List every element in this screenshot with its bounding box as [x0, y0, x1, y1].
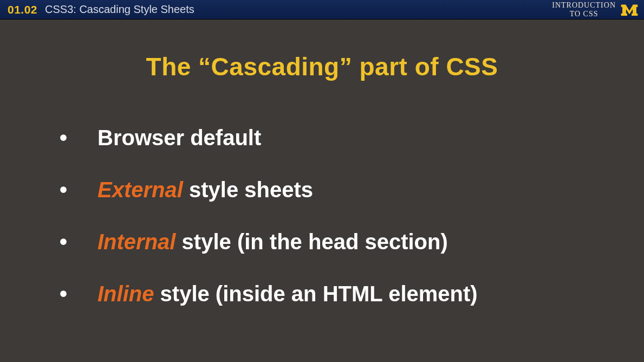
course-label-line2: TO CSS: [552, 10, 616, 18]
bullet-post: style (in the head section): [175, 230, 447, 254]
course-label: INTRODUCTION TO CSS: [552, 1, 616, 18]
bullet-post: style (inside an HTML element): [154, 282, 477, 306]
list-item: External style sheets: [60, 177, 606, 203]
slide-header: 01.02 CSS3: Cascading Style Sheets INTRO…: [0, 0, 644, 20]
slide-body: The “Cascading” part of CSS Browser defa…: [0, 20, 644, 307]
bullet-post: style sheets: [183, 178, 313, 202]
bullet-list: Browser default External style sheets In…: [38, 125, 606, 307]
bullet-em: Internal: [97, 230, 175, 254]
bullet-em: External: [97, 178, 183, 202]
michigan-logo-icon: [620, 2, 639, 17]
lesson-number: 01.02: [8, 3, 37, 16]
list-item: Inline style (inside an HTML element): [60, 281, 606, 307]
slide-title: The “Cascading” part of CSS: [38, 52, 606, 81]
course-label-line1: INTRODUCTION: [552, 1, 616, 9]
lesson-title: CSS3: Cascading Style Sheets: [45, 3, 194, 16]
bullet-em: Inline: [97, 282, 154, 306]
list-item: Internal style (in the head section): [60, 229, 606, 255]
header-right: INTRODUCTION TO CSS: [552, 1, 639, 18]
bullet-post: Browser default: [97, 126, 261, 150]
list-item: Browser default: [60, 125, 606, 151]
